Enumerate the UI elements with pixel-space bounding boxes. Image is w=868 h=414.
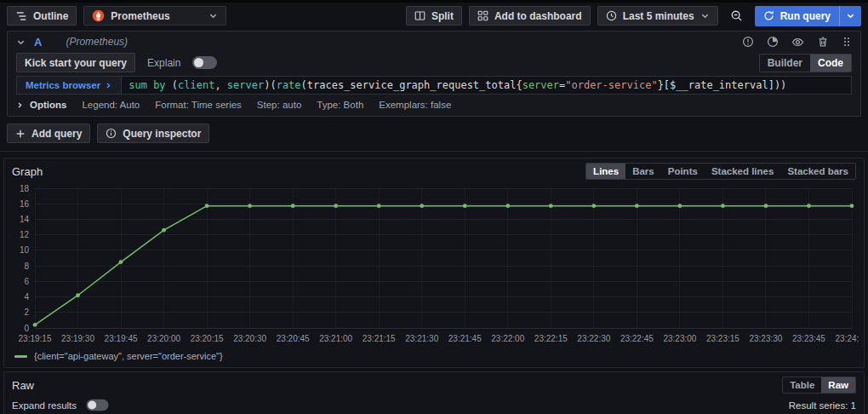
svg-text:10: 10	[20, 245, 30, 255]
editor-mode-builder[interactable]: Builder	[760, 55, 810, 72]
svg-text:23:20:30: 23:20:30	[233, 334, 266, 343]
options-collapse-button[interactable]: Options	[16, 100, 66, 110]
outline-label: Outline	[33, 10, 68, 22]
query-inspector-button[interactable]: Query inspector	[97, 124, 209, 143]
graph-style-lines[interactable]: Lines	[586, 164, 625, 179]
add-query-button[interactable]: Add query	[7, 124, 90, 143]
svg-text:23:21:15: 23:21:15	[363, 334, 396, 343]
collapse-chevron-icon[interactable]	[16, 37, 26, 47]
graph-style-stacked-bars[interactable]: Stacked bars	[780, 164, 855, 179]
svg-text:23:22:15: 23:22:15	[534, 334, 568, 343]
legend-swatch	[14, 355, 27, 358]
explain-toggle[interactable]	[192, 56, 217, 69]
add-to-dashboard-label: Add to dashboard	[494, 10, 582, 22]
graph-legend[interactable]: {client="api-gateway", server="order-ser…	[4, 348, 864, 367]
add-to-dashboard-button[interactable]: Add to dashboard	[469, 6, 591, 26]
explain-label: Explain	[147, 57, 180, 69]
graph-style-switch: Lines Bars Points Stacked lines Stacked …	[585, 163, 856, 180]
graph-style-bars[interactable]: Bars	[625, 164, 661, 179]
svg-text:14: 14	[20, 215, 30, 224]
chevron-down-icon	[700, 11, 710, 20]
chevron-down-icon	[208, 11, 218, 20]
apps-icon	[477, 10, 488, 21]
query-options-row: Options Legend: Auto Format: Time series…	[8, 95, 860, 116]
option-type: Type: Both	[317, 100, 363, 110]
datasource-picker[interactable]: Prometheus	[83, 6, 226, 26]
promql-expression-input[interactable]: sum by (client, server)(rate(traces_serv…	[122, 77, 851, 94]
eye-icon[interactable]	[791, 36, 804, 49]
query-actions-row: Add query Query inspector	[0, 117, 868, 152]
svg-text:23:23:30: 23:23:30	[749, 334, 782, 343]
svg-text:12: 12	[20, 230, 30, 239]
graph-style-points[interactable]: Points	[661, 164, 705, 179]
legend-label: {client="api-gateway", server="order-ser…	[34, 351, 223, 361]
svg-text:23:24:00: 23:24:00	[836, 334, 859, 343]
svg-text:23:21:30: 23:21:30	[405, 334, 438, 343]
svg-text:16: 16	[20, 199, 30, 209]
chevron-right-icon	[105, 82, 112, 89]
option-legend: Legend: Auto	[82, 100, 140, 110]
zoom-out-icon	[730, 9, 743, 22]
option-exemplars: Exemplars: false	[379, 100, 451, 110]
drag-handle-icon[interactable]	[842, 36, 852, 48]
duplicate-query-icon[interactable]	[767, 36, 779, 48]
help-icon[interactable]	[742, 36, 754, 48]
svg-text:2: 2	[24, 308, 29, 317]
svg-text:23:21:00: 23:21:00	[319, 334, 352, 343]
run-query-label: Run query	[780, 10, 831, 22]
raw-tab-table[interactable]: Table	[783, 377, 821, 393]
promql-editor: Metrics browser sum by (client, server)(…	[16, 76, 852, 95]
raw-tab-raw[interactable]: Raw	[821, 377, 855, 393]
zoom-out-button[interactable]	[725, 6, 748, 26]
run-query-button[interactable]: Run query	[755, 6, 861, 26]
trash-icon[interactable]	[817, 36, 829, 48]
sync-icon	[763, 10, 774, 21]
kick-start-query-button[interactable]: Kick start your query	[16, 53, 135, 72]
options-label: Options	[30, 100, 66, 110]
info-circle-icon	[106, 128, 117, 139]
raw-panel-title: Raw	[12, 379, 34, 392]
explore-toolbar: Outline Prometheus Split	[0, 0, 868, 28]
graph-style-stacked-lines[interactable]: Stacked lines	[705, 164, 781, 179]
svg-text:8: 8	[24, 262, 29, 271]
svg-text:4: 4	[24, 292, 29, 302]
graph-panel-title: Graph	[12, 165, 43, 178]
graph-panel: Graph Lines Bars Points Stacked lines St…	[3, 158, 865, 368]
split-label: Split	[431, 10, 454, 22]
svg-text:23:23:15: 23:23:15	[706, 334, 740, 343]
prometheus-logo-icon	[92, 9, 105, 22]
plus-icon	[15, 129, 26, 139]
editor-mode-switch: Builder Code	[759, 54, 852, 72]
split-icon	[414, 10, 425, 21]
query-editor-panel: A (Prometheus)	[7, 31, 861, 117]
raw-panel: Raw Table Raw Expand results Result seri…	[3, 371, 865, 414]
svg-text:23:20:15: 23:20:15	[191, 334, 224, 343]
svg-text:23:20:00: 23:20:00	[147, 334, 180, 343]
option-step: Step: auto	[257, 100, 301, 110]
chevron-right-icon	[16, 101, 24, 109]
svg-text:23:22:00: 23:22:00	[491, 334, 524, 343]
outline-button[interactable]: Outline	[7, 6, 77, 26]
add-query-label: Add query	[31, 128, 82, 140]
expand-results-toggle[interactable]	[87, 400, 109, 411]
result-series-count: Result series: 1	[789, 400, 856, 411]
svg-text:6: 6	[24, 277, 29, 286]
split-button[interactable]: Split	[406, 6, 462, 26]
query-ref-id[interactable]: A	[34, 36, 42, 49]
time-range-picker[interactable]: Last 5 minutes	[597, 6, 718, 26]
svg-text:23:23:45: 23:23:45	[792, 334, 825, 343]
run-query-dropdown[interactable]	[839, 6, 861, 26]
editor-mode-code[interactable]: Code	[810, 55, 851, 72]
graph-canvas[interactable]: 23:19:1523:19:3023:19:4523:20:0023:20:15…	[9, 183, 859, 348]
svg-text:23:22:30: 23:22:30	[577, 334, 610, 343]
time-range-label: Last 5 minutes	[623, 10, 694, 22]
metrics-browser-label: Metrics browser	[26, 80, 100, 90]
svg-text:23:19:30: 23:19:30	[61, 334, 94, 343]
expand-results-label: Expand results	[12, 400, 77, 411]
outline-icon	[15, 10, 27, 22]
svg-text:23:20:45: 23:20:45	[277, 334, 310, 343]
svg-text:23:19:15: 23:19:15	[19, 334, 52, 343]
svg-text:23:21:45: 23:21:45	[448, 334, 482, 343]
metrics-browser-button[interactable]: Metrics browser	[17, 77, 122, 94]
query-toolbar-row: Kick start your query Explain Builder Co…	[8, 50, 860, 76]
